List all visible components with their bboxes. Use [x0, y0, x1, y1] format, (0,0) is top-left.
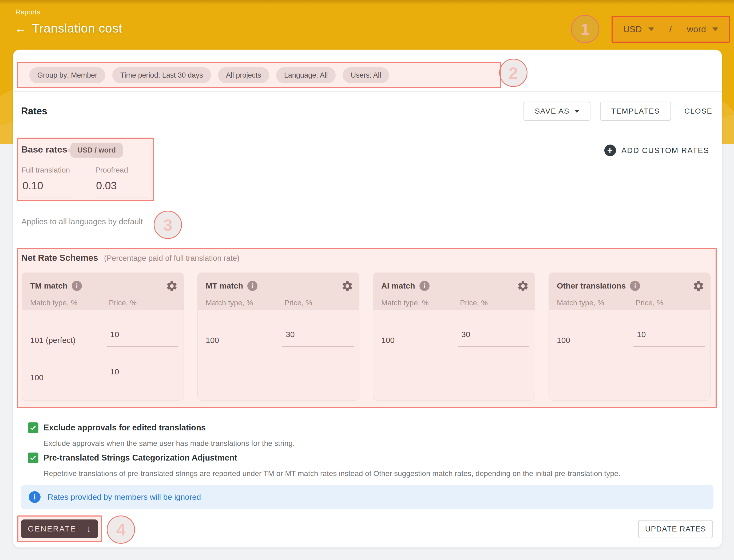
rates-section-title: Rates — [21, 106, 47, 117]
price-input[interactable]: 10 — [637, 330, 646, 339]
exclude-approvals-description: Exclude approvals when the same user has… — [43, 439, 295, 448]
full-translation-input[interactable]: 0.10 — [22, 180, 43, 192]
currency-unit-control: USD / word — [612, 16, 730, 43]
input-underline — [633, 346, 705, 347]
divider — [13, 128, 722, 128]
update-rates-label: UPDATE RATES — [645, 525, 706, 533]
page-title: Translation cost — [32, 21, 122, 35]
chevron-down-icon — [712, 27, 718, 31]
info-banner: i Rates provided by members will be igno… — [21, 485, 713, 509]
match-type-value: 101 (perfect) — [30, 336, 75, 345]
price-input[interactable]: 10 — [110, 330, 119, 339]
net-rate-schemes-title: Net Rate Schemes — [21, 253, 98, 263]
full-translation-label: Full translation — [21, 166, 70, 174]
currency-dropdown[interactable]: USD — [623, 24, 654, 34]
filter-chip-users[interactable]: Users: All — [342, 67, 389, 83]
generate-button[interactable]: GENERATE ↓ — [21, 519, 98, 538]
filter-chip-group-by[interactable]: Group by: Member — [29, 67, 105, 83]
scheme-card-title: Other translations — [557, 281, 626, 290]
header-top-shade — [0, 0, 734, 5]
input-underline — [21, 198, 74, 198]
match-type-value: 100 — [557, 336, 570, 345]
scheme-card-title: MT match — [206, 281, 243, 290]
match-type-value: 100 — [206, 336, 219, 345]
input-underline — [107, 346, 178, 347]
scheme-card-title: AI match — [381, 281, 415, 290]
base-rates-note: Applies to all languages by default — [21, 217, 143, 226]
match-type-column-label: Match type, % — [381, 299, 429, 307]
gear-icon[interactable] — [341, 280, 353, 292]
close-button[interactable]: CLOSE — [681, 107, 716, 115]
price-input[interactable]: 10 — [110, 367, 119, 376]
price-column-label: Price, % — [460, 299, 488, 307]
filter-chip-time-period[interactable]: Time period: Last 30 days — [112, 67, 211, 83]
templates-button[interactable]: TEMPLATES — [600, 102, 671, 121]
update-rates-button[interactable]: UPDATE RATES — [638, 520, 713, 538]
exclude-approvals-label[interactable]: Exclude approvals for edited translation… — [43, 423, 206, 433]
unit-dropdown[interactable]: word — [687, 24, 718, 34]
save-as-label: SAVE AS — [535, 107, 569, 115]
base-rates-unit-badge: USD / word — [70, 143, 123, 158]
net-rate-schemes-subtitle: (Percentage paid of full translation rat… — [104, 254, 239, 263]
price-input[interactable]: 30 — [286, 330, 294, 339]
add-custom-rates-label: ADD CUSTOM RATES — [621, 146, 709, 155]
checkbox-exclude-approvals[interactable] — [28, 422, 38, 433]
pretranslated-adjustment-label[interactable]: Pre-translated Strings Categorization Ad… — [43, 453, 237, 463]
info-icon[interactable]: i — [420, 281, 430, 291]
price-column-label: Price, % — [109, 299, 137, 307]
info-icon[interactable]: i — [247, 281, 257, 291]
report-settings-card: Group by: Member Time period: Last 30 da… — [13, 50, 722, 547]
title-row: ← Translation cost — [14, 21, 122, 35]
match-type-value: 100 — [30, 373, 43, 382]
check-icon — [29, 424, 37, 431]
plus-icon: + — [604, 145, 616, 156]
input-underline — [458, 346, 529, 347]
add-custom-rates-button[interactable]: + ADD CUSTOM RATES — [604, 143, 709, 157]
filters-row: Group by: Member Time period: Last 30 da… — [29, 67, 389, 83]
proofread-input[interactable]: 0.03 — [96, 180, 117, 192]
chevron-down-icon — [648, 27, 654, 31]
scheme-card-other-translations: Other translations i Match type, % Price… — [549, 273, 711, 401]
base-rates-title: Base rates — [21, 144, 67, 155]
divider — [13, 91, 722, 92]
gear-icon[interactable] — [517, 280, 529, 292]
back-arrow-icon[interactable]: ← — [14, 22, 26, 34]
input-underline — [107, 384, 178, 384]
scheme-card-title: TM match — [30, 281, 67, 290]
proofread-label: Proofread — [95, 166, 128, 174]
price-column-label: Price, % — [636, 299, 663, 307]
gear-icon[interactable] — [693, 280, 704, 292]
info-icon[interactable]: i — [72, 281, 82, 291]
templates-label: TEMPLATES — [611, 107, 660, 115]
info-icon: i — [29, 491, 41, 503]
input-underline — [282, 346, 354, 347]
match-type-column-label: Match type, % — [206, 299, 253, 307]
scheme-card-mt-match: MT match i Match type, % Price, % 100 30 — [197, 273, 359, 401]
rates-actions: SAVE AS TEMPLATES CLOSE — [524, 102, 716, 121]
generate-label: GENERATE — [28, 525, 76, 533]
check-icon — [29, 454, 37, 462]
price-column-label: Price, % — [284, 299, 312, 307]
currency-separator: / — [669, 24, 672, 34]
save-as-button[interactable]: SAVE AS — [524, 102, 590, 121]
filter-chip-language[interactable]: Language: All — [276, 67, 336, 83]
pretranslated-adjustment-description: Repetitive translations of pre-translate… — [43, 469, 620, 478]
gear-icon[interactable] — [166, 280, 178, 292]
info-icon[interactable]: i — [630, 281, 640, 291]
chevron-down-icon — [575, 110, 579, 113]
translation-cost-page: Reports ← Translation cost USD / word Gr… — [0, 0, 734, 560]
download-arrow-icon: ↓ — [86, 523, 91, 534]
scheme-card-tm-match: TM match i Match type, % Price, % 101 (p… — [22, 273, 184, 401]
scheme-cards-row: TM match i Match type, % Price, % 101 (p… — [22, 273, 711, 401]
filter-chip-projects[interactable]: All projects — [218, 67, 269, 83]
checkbox-pretranslated-adjustment[interactable] — [28, 453, 38, 463]
match-type-value: 100 — [381, 336, 395, 345]
breadcrumb[interactable]: Reports — [15, 8, 40, 16]
input-underline — [95, 198, 148, 198]
net-rate-schemes-header: Net Rate Schemes (Percentage paid of ful… — [21, 253, 239, 263]
price-input[interactable]: 30 — [461, 330, 470, 339]
match-type-column-label: Match type, % — [30, 299, 77, 307]
currency-value: USD — [623, 24, 642, 34]
match-type-column-label: Match type, % — [557, 299, 604, 307]
info-banner-text: Rates provided by members will be ignore… — [47, 493, 201, 502]
